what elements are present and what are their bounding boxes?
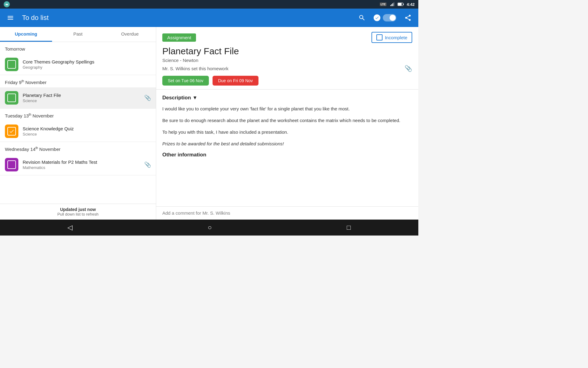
item-icon-purple <box>5 158 18 171</box>
updated-text: Updated just now <box>5 207 151 212</box>
status-bar-left <box>4 1 10 7</box>
app-title: To do list <box>22 14 350 22</box>
lte-indicator: LTE <box>380 2 386 6</box>
main-content: Upcoming Past Overdue Tomorrow Core Them… <box>0 27 418 220</box>
attachment-icon: 📎 <box>144 161 151 168</box>
tab-overdue[interactable]: Overdue <box>104 27 156 42</box>
item-title: Science Knowledge Quiz <box>23 126 151 131</box>
assignment-header-top: Assignment Incomplete <box>162 32 412 43</box>
assignment-teacher: Mr. S. Wilkins set this homework 📎 <box>162 65 412 72</box>
description-paragraph-2: Be sure to do enough research about the … <box>162 117 412 124</box>
tab-upcoming[interactable]: Upcoming <box>0 27 52 42</box>
description-header[interactable]: Description ▾ <box>162 94 412 101</box>
item-text: Science Knowledge Quiz Science <box>23 126 151 136</box>
back-button[interactable]: ◁ <box>61 221 79 234</box>
tab-past[interactable]: Past <box>52 27 104 42</box>
incomplete-button[interactable]: Incomplete <box>371 32 412 43</box>
date-buttons: Set on Tue 06 Nov Due on Fri 09 Nov <box>162 76 412 86</box>
attachment-icon: 📎 <box>144 94 151 101</box>
item-subtitle: Geography <box>23 65 151 70</box>
list-item[interactable]: Science Knowledge Quiz Science <box>0 121 156 142</box>
item-title: Revision Materials for P2 Maths Test <box>23 159 140 165</box>
comment-input[interactable] <box>162 210 412 216</box>
list-area: Tomorrow Core Themes Geography Spellings… <box>0 42 156 204</box>
item-icon-green <box>5 58 18 71</box>
svg-rect-5 <box>403 4 404 5</box>
item-icon-inner <box>7 160 16 169</box>
time-display: 4:42 <box>407 2 415 7</box>
pull-hint-text: Pull down list to refresh <box>5 212 151 217</box>
description-paragraph-3: To help you with this task, I have also … <box>162 128 412 136</box>
teacher-text: Mr. S. Wilkins set this homework <box>162 66 228 71</box>
assignment-title: Planetary Fact File <box>162 46 412 56</box>
svg-rect-0 <box>390 5 391 6</box>
description-italic-text: Prizes to be awarded for the best and de… <box>162 140 412 148</box>
svg-rect-2 <box>393 3 393 6</box>
android-icon <box>4 1 10 7</box>
item-icon-green <box>5 91 18 105</box>
home-button[interactable]: ○ <box>202 221 218 234</box>
list-item[interactable]: Planetary Fact File Science 📎 <box>0 87 156 109</box>
item-text: Core Themes Geography Spellings Geograph… <box>23 59 151 70</box>
item-subtitle: Science <box>23 132 151 136</box>
item-title: Planetary Fact File <box>23 93 140 98</box>
app-bar: To do list <box>0 9 418 27</box>
list-item[interactable]: Core Themes Geography Spellings Geograph… <box>0 54 156 75</box>
item-subtitle: Science <box>23 98 140 103</box>
recents-button[interactable]: □ <box>341 221 357 234</box>
item-subtitle: Mathematics <box>23 165 140 170</box>
description-paragraph-1: I would like you to complete your very o… <box>162 105 412 113</box>
comment-bar <box>156 206 418 220</box>
chevron-down-icon: ▾ <box>194 94 196 101</box>
toggle-container <box>374 14 396 21</box>
item-title: Core Themes Geography Spellings <box>23 59 151 64</box>
section-wednesday: Wednesday 14th November <box>0 142 156 154</box>
incomplete-label: Incomplete <box>385 35 407 40</box>
item-text: Revision Materials for P2 Maths Test Mat… <box>23 159 140 170</box>
status-bar-right: LTE 4:42 <box>380 2 415 7</box>
right-panel: Assignment Incomplete Planetary Fact Fil… <box>156 27 418 220</box>
section-friday: Friday 9th November <box>0 75 156 87</box>
item-icon-orange <box>5 125 18 138</box>
incomplete-checkbox <box>376 34 383 40</box>
due-date-button[interactable]: Due on Fri 09 Nov <box>213 76 258 86</box>
svg-rect-1 <box>391 4 392 6</box>
tab-bar: Upcoming Past Overdue <box>0 27 156 42</box>
other-info-header: Other information <box>162 152 412 158</box>
status-footer: Updated just now Pull down list to refre… <box>0 204 156 220</box>
signal-icon <box>390 2 395 6</box>
assignment-subject: Science - Newton <box>162 58 412 63</box>
toggle-check-icon <box>374 14 380 21</box>
list-item[interactable]: Revision Materials for P2 Maths Test Mat… <box>0 154 156 175</box>
description-area: Description ▾ I would like you to comple… <box>156 90 418 206</box>
battery-icon <box>398 2 404 6</box>
set-date-button[interactable]: Set on Tue 06 Nov <box>162 76 209 86</box>
svg-rect-3 <box>394 2 394 6</box>
item-text: Planetary Fact File Science <box>23 93 140 103</box>
item-icon-inner <box>7 94 16 102</box>
share-button[interactable] <box>402 12 413 23</box>
toggle-switch[interactable] <box>383 14 396 21</box>
detail-attachment-icon: 📎 <box>405 65 412 72</box>
menu-button[interactable] <box>5 12 16 23</box>
left-panel: Upcoming Past Overdue Tomorrow Core Them… <box>0 27 156 220</box>
item-icon-check <box>7 127 16 136</box>
assignment-header: Assignment Incomplete Planetary Fact Fil… <box>156 27 418 90</box>
description-label: Description <box>162 95 191 101</box>
search-button[interactable] <box>356 12 368 23</box>
svg-rect-6 <box>398 3 402 6</box>
status-bar: LTE 4:42 <box>0 0 418 9</box>
section-tomorrow: Tomorrow <box>0 42 156 54</box>
bottom-nav: ◁ ○ □ <box>0 220 418 236</box>
item-icon-inner <box>7 60 16 69</box>
section-tuesday: Tuesday 13th November <box>0 109 156 121</box>
assignment-badge: Assignment <box>162 33 196 42</box>
app-bar-icons <box>356 12 413 23</box>
